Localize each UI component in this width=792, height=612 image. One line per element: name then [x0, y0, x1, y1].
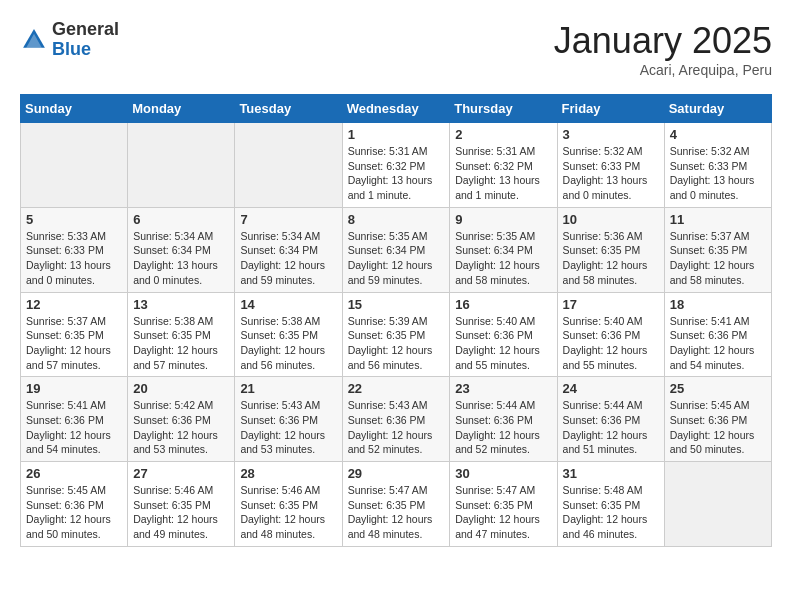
day-number: 25 — [670, 381, 766, 396]
day-info: Sunrise: 5:40 AM Sunset: 6:36 PM Dayligh… — [563, 314, 659, 373]
calendar-cell — [664, 462, 771, 547]
day-header-monday: Monday — [128, 95, 235, 123]
day-info: Sunrise: 5:45 AM Sunset: 6:36 PM Dayligh… — [26, 483, 122, 542]
calendar-cell: 5Sunrise: 5:33 AM Sunset: 6:33 PM Daylig… — [21, 207, 128, 292]
calendar-cell: 20Sunrise: 5:42 AM Sunset: 6:36 PM Dayli… — [128, 377, 235, 462]
calendar-cell: 12Sunrise: 5:37 AM Sunset: 6:35 PM Dayli… — [21, 292, 128, 377]
calendar-cell: 31Sunrise: 5:48 AM Sunset: 6:35 PM Dayli… — [557, 462, 664, 547]
calendar-cell: 1Sunrise: 5:31 AM Sunset: 6:32 PM Daylig… — [342, 123, 450, 208]
calendar-cell: 11Sunrise: 5:37 AM Sunset: 6:35 PM Dayli… — [664, 207, 771, 292]
day-number: 20 — [133, 381, 229, 396]
calendar-cell: 16Sunrise: 5:40 AM Sunset: 6:36 PM Dayli… — [450, 292, 557, 377]
day-number: 8 — [348, 212, 445, 227]
day-info: Sunrise: 5:34 AM Sunset: 6:34 PM Dayligh… — [133, 229, 229, 288]
day-info: Sunrise: 5:39 AM Sunset: 6:35 PM Dayligh… — [348, 314, 445, 373]
day-header-sunday: Sunday — [21, 95, 128, 123]
day-number: 19 — [26, 381, 122, 396]
day-info: Sunrise: 5:47 AM Sunset: 6:35 PM Dayligh… — [455, 483, 551, 542]
day-info: Sunrise: 5:32 AM Sunset: 6:33 PM Dayligh… — [563, 144, 659, 203]
day-header-thursday: Thursday — [450, 95, 557, 123]
day-number: 13 — [133, 297, 229, 312]
calendar-cell: 8Sunrise: 5:35 AM Sunset: 6:34 PM Daylig… — [342, 207, 450, 292]
calendar-week-row: 1Sunrise: 5:31 AM Sunset: 6:32 PM Daylig… — [21, 123, 772, 208]
day-info: Sunrise: 5:44 AM Sunset: 6:36 PM Dayligh… — [563, 398, 659, 457]
day-number: 30 — [455, 466, 551, 481]
day-header-tuesday: Tuesday — [235, 95, 342, 123]
day-info: Sunrise: 5:37 AM Sunset: 6:35 PM Dayligh… — [26, 314, 122, 373]
calendar-cell: 21Sunrise: 5:43 AM Sunset: 6:36 PM Dayli… — [235, 377, 342, 462]
calendar-cell: 2Sunrise: 5:31 AM Sunset: 6:32 PM Daylig… — [450, 123, 557, 208]
logo: General Blue — [20, 20, 119, 60]
day-header-friday: Friday — [557, 95, 664, 123]
day-info: Sunrise: 5:47 AM Sunset: 6:35 PM Dayligh… — [348, 483, 445, 542]
day-header-wednesday: Wednesday — [342, 95, 450, 123]
calendar-cell: 6Sunrise: 5:34 AM Sunset: 6:34 PM Daylig… — [128, 207, 235, 292]
day-info: Sunrise: 5:33 AM Sunset: 6:33 PM Dayligh… — [26, 229, 122, 288]
calendar-cell: 19Sunrise: 5:41 AM Sunset: 6:36 PM Dayli… — [21, 377, 128, 462]
day-number: 2 — [455, 127, 551, 142]
calendar-cell: 23Sunrise: 5:44 AM Sunset: 6:36 PM Dayli… — [450, 377, 557, 462]
day-number: 5 — [26, 212, 122, 227]
calendar-cell: 26Sunrise: 5:45 AM Sunset: 6:36 PM Dayli… — [21, 462, 128, 547]
logo-text: General Blue — [52, 20, 119, 60]
calendar-week-row: 19Sunrise: 5:41 AM Sunset: 6:36 PM Dayli… — [21, 377, 772, 462]
day-number: 15 — [348, 297, 445, 312]
day-info: Sunrise: 5:41 AM Sunset: 6:36 PM Dayligh… — [26, 398, 122, 457]
day-info: Sunrise: 5:37 AM Sunset: 6:35 PM Dayligh… — [670, 229, 766, 288]
calendar-cell — [21, 123, 128, 208]
day-info: Sunrise: 5:38 AM Sunset: 6:35 PM Dayligh… — [133, 314, 229, 373]
day-number: 7 — [240, 212, 336, 227]
calendar-header-row: SundayMondayTuesdayWednesdayThursdayFrid… — [21, 95, 772, 123]
day-number: 4 — [670, 127, 766, 142]
logo-general: General — [52, 19, 119, 39]
day-number: 31 — [563, 466, 659, 481]
calendar-cell — [128, 123, 235, 208]
day-number: 11 — [670, 212, 766, 227]
calendar-cell: 17Sunrise: 5:40 AM Sunset: 6:36 PM Dayli… — [557, 292, 664, 377]
day-info: Sunrise: 5:31 AM Sunset: 6:32 PM Dayligh… — [455, 144, 551, 203]
calendar-table: SundayMondayTuesdayWednesdayThursdayFrid… — [20, 94, 772, 547]
calendar-week-row: 12Sunrise: 5:37 AM Sunset: 6:35 PM Dayli… — [21, 292, 772, 377]
day-info: Sunrise: 5:35 AM Sunset: 6:34 PM Dayligh… — [348, 229, 445, 288]
day-info: Sunrise: 5:46 AM Sunset: 6:35 PM Dayligh… — [240, 483, 336, 542]
calendar-cell: 30Sunrise: 5:47 AM Sunset: 6:35 PM Dayli… — [450, 462, 557, 547]
calendar-cell: 14Sunrise: 5:38 AM Sunset: 6:35 PM Dayli… — [235, 292, 342, 377]
month-title: January 2025 — [554, 20, 772, 62]
day-number: 27 — [133, 466, 229, 481]
day-info: Sunrise: 5:34 AM Sunset: 6:34 PM Dayligh… — [240, 229, 336, 288]
day-number: 21 — [240, 381, 336, 396]
calendar-cell: 27Sunrise: 5:46 AM Sunset: 6:35 PM Dayli… — [128, 462, 235, 547]
day-info: Sunrise: 5:48 AM Sunset: 6:35 PM Dayligh… — [563, 483, 659, 542]
day-number: 1 — [348, 127, 445, 142]
day-number: 28 — [240, 466, 336, 481]
calendar-cell: 13Sunrise: 5:38 AM Sunset: 6:35 PM Dayli… — [128, 292, 235, 377]
day-info: Sunrise: 5:45 AM Sunset: 6:36 PM Dayligh… — [670, 398, 766, 457]
calendar-cell: 9Sunrise: 5:35 AM Sunset: 6:34 PM Daylig… — [450, 207, 557, 292]
day-number: 12 — [26, 297, 122, 312]
day-number: 23 — [455, 381, 551, 396]
day-info: Sunrise: 5:32 AM Sunset: 6:33 PM Dayligh… — [670, 144, 766, 203]
calendar-cell — [235, 123, 342, 208]
day-number: 16 — [455, 297, 551, 312]
calendar-cell: 22Sunrise: 5:43 AM Sunset: 6:36 PM Dayli… — [342, 377, 450, 462]
day-number: 14 — [240, 297, 336, 312]
calendar-cell: 3Sunrise: 5:32 AM Sunset: 6:33 PM Daylig… — [557, 123, 664, 208]
day-number: 3 — [563, 127, 659, 142]
day-info: Sunrise: 5:44 AM Sunset: 6:36 PM Dayligh… — [455, 398, 551, 457]
calendar-cell: 29Sunrise: 5:47 AM Sunset: 6:35 PM Dayli… — [342, 462, 450, 547]
day-info: Sunrise: 5:43 AM Sunset: 6:36 PM Dayligh… — [240, 398, 336, 457]
calendar-cell: 4Sunrise: 5:32 AM Sunset: 6:33 PM Daylig… — [664, 123, 771, 208]
calendar-cell: 24Sunrise: 5:44 AM Sunset: 6:36 PM Dayli… — [557, 377, 664, 462]
day-info: Sunrise: 5:43 AM Sunset: 6:36 PM Dayligh… — [348, 398, 445, 457]
day-info: Sunrise: 5:36 AM Sunset: 6:35 PM Dayligh… — [563, 229, 659, 288]
logo-icon — [20, 26, 48, 54]
day-info: Sunrise: 5:40 AM Sunset: 6:36 PM Dayligh… — [455, 314, 551, 373]
day-info: Sunrise: 5:35 AM Sunset: 6:34 PM Dayligh… — [455, 229, 551, 288]
day-info: Sunrise: 5:42 AM Sunset: 6:36 PM Dayligh… — [133, 398, 229, 457]
calendar-cell: 25Sunrise: 5:45 AM Sunset: 6:36 PM Dayli… — [664, 377, 771, 462]
calendar-cell: 10Sunrise: 5:36 AM Sunset: 6:35 PM Dayli… — [557, 207, 664, 292]
day-info: Sunrise: 5:38 AM Sunset: 6:35 PM Dayligh… — [240, 314, 336, 373]
logo-blue: Blue — [52, 39, 91, 59]
calendar-cell: 28Sunrise: 5:46 AM Sunset: 6:35 PM Dayli… — [235, 462, 342, 547]
calendar-week-row: 5Sunrise: 5:33 AM Sunset: 6:33 PM Daylig… — [21, 207, 772, 292]
